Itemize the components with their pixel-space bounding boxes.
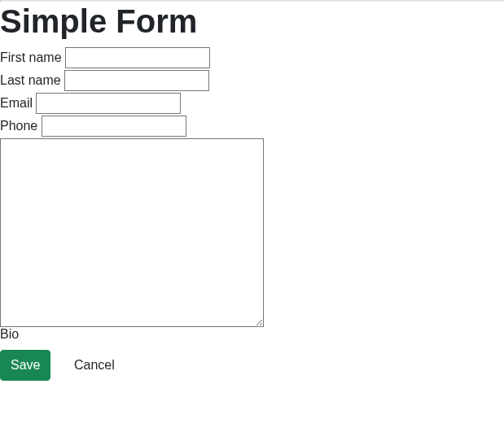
save-button[interactable]: Save <box>0 350 50 381</box>
email-input[interactable] <box>36 93 181 114</box>
phone-input[interactable] <box>42 116 186 137</box>
last-name-input[interactable] <box>64 70 209 91</box>
phone-row: Phone <box>0 116 504 137</box>
form-actions: Save Cancel <box>0 350 504 381</box>
last-name-row: Last name <box>0 70 504 91</box>
form-container: Simple Form First name Last name Email P… <box>0 2 504 381</box>
last-name-label: Last name <box>0 73 61 87</box>
first-name-label: First name <box>0 50 62 64</box>
email-row: Email <box>0 93 504 114</box>
bio-row: Bio <box>0 138 504 342</box>
first-name-row: First name <box>0 47 504 68</box>
bio-textarea[interactable] <box>0 138 264 327</box>
email-label: Email <box>0 96 33 110</box>
phone-label: Phone <box>0 119 37 133</box>
bio-label: Bio <box>0 327 19 341</box>
first-name-input[interactable] <box>65 47 210 68</box>
page-title: Simple Form <box>0 2 504 41</box>
cancel-button[interactable]: Cancel <box>64 353 125 377</box>
